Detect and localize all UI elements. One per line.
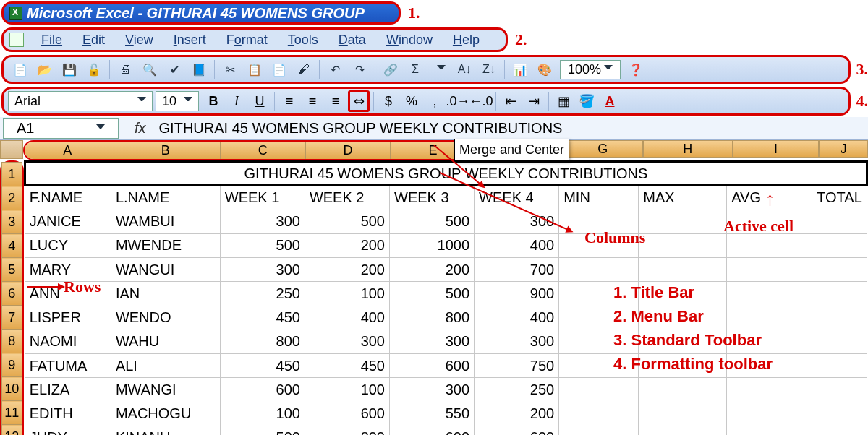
col-header-d[interactable]: D (306, 142, 391, 159)
print-icon[interactable]: 🖨 (114, 59, 136, 80)
data-cell[interactable] (559, 258, 639, 282)
data-cell[interactable] (559, 354, 639, 378)
document-icon[interactable] (9, 33, 24, 47)
formula-input[interactable]: GITHURAI 45 WOMENS GROUP WEEKLY CONTRIBU… (159, 120, 868, 137)
data-cell[interactable] (812, 258, 867, 282)
row-header-4[interactable]: 4 (2, 234, 22, 258)
decrease-decimal-icon[interactable]: ←.0 (470, 90, 492, 112)
row-header-5[interactable]: 5 (2, 258, 22, 282)
data-cell[interactable] (727, 282, 812, 306)
save-icon[interactable]: 💾 (59, 59, 80, 80)
percent-icon[interactable]: % (401, 90, 422, 112)
data-cell[interactable] (812, 330, 867, 353)
menu-file[interactable]: File (31, 31, 72, 49)
data-cell[interactable]: 300 (475, 210, 559, 233)
data-cell[interactable]: ALI (111, 354, 220, 378)
permission-icon[interactable]: 🔓 (83, 59, 105, 80)
data-cell[interactable] (727, 258, 812, 282)
data-cell[interactable]: WANGUI (111, 258, 220, 282)
row-header-3[interactable]: 3 (2, 210, 22, 234)
col-header-c[interactable]: C (221, 142, 306, 159)
data-cell[interactable]: MACHOGU (111, 402, 220, 426)
data-cell[interactable] (812, 210, 867, 233)
data-cell[interactable]: 500 (220, 233, 305, 257)
data-cell[interactable]: 450 (305, 354, 389, 378)
row-header-9[interactable]: 9 (2, 353, 22, 377)
menu-help[interactable]: Help (443, 31, 490, 49)
data-cell[interactable]: 800 (305, 426, 389, 435)
data-cell[interactable]: MWENDE (111, 233, 220, 257)
data-cell[interactable]: WENDO (111, 306, 220, 330)
data-cell[interactable]: 200 (390, 258, 475, 282)
data-cell[interactable]: 600 (305, 402, 389, 426)
redo-icon[interactable]: ↷ (349, 59, 370, 80)
autosum-dropdown-icon[interactable] (429, 59, 451, 80)
data-cell[interactable] (639, 282, 727, 306)
menu-data[interactable]: Data (328, 31, 376, 49)
data-cell[interactable]: 400 (305, 306, 389, 330)
data-cell[interactable]: MWANGI (111, 378, 220, 402)
data-cell[interactable]: 500 (390, 282, 475, 306)
row-header-11[interactable]: 11 (2, 401, 22, 425)
data-cell[interactable]: 900 (475, 282, 559, 306)
cut-icon[interactable]: ✂ (219, 59, 241, 80)
row-header-10[interactable]: 10 (2, 377, 22, 401)
header-cell[interactable]: WEEK 3 (390, 186, 475, 210)
data-cell[interactable]: 450 (220, 354, 305, 378)
data-cell[interactable] (727, 233, 812, 257)
undo-icon[interactable]: ↶ (324, 59, 346, 80)
autosum-icon[interactable]: Σ (404, 59, 426, 80)
format-painter-icon[interactable]: 🖌 (293, 59, 315, 80)
select-all-corner[interactable] (0, 140, 23, 159)
increase-indent-icon[interactable]: ⇥ (523, 90, 545, 112)
data-cell[interactable] (639, 258, 727, 282)
menu-view[interactable]: View (115, 31, 163, 49)
header-cell[interactable]: TOTAL (812, 186, 867, 210)
data-cell[interactable]: JANICE (25, 210, 111, 233)
header-cell[interactable]: L.NAME (111, 186, 220, 210)
data-cell[interactable]: WAMBUI (111, 210, 220, 233)
fx-label[interactable]: fx (135, 120, 146, 137)
data-cell[interactable]: 500 (390, 210, 475, 233)
data-cell[interactable] (727, 210, 812, 233)
row-header-6[interactable]: 6 (2, 282, 22, 306)
data-table[interactable]: GITHURAI 45 WOMENS GROUP WEEKLY CONTRIBU… (24, 160, 868, 435)
data-cell[interactable] (559, 306, 639, 330)
data-cell[interactable]: 100 (220, 402, 305, 426)
font-combo[interactable]: Arial (8, 91, 153, 111)
data-cell[interactable]: 300 (475, 330, 559, 353)
data-cell[interactable]: MARY (25, 258, 111, 282)
increase-decimal-icon[interactable]: .0→ (447, 90, 469, 112)
name-box[interactable]: A1 (3, 118, 119, 139)
data-cell[interactable] (812, 306, 867, 330)
research-icon[interactable]: 📘 (188, 59, 210, 80)
data-cell[interactable]: 400 (475, 233, 559, 257)
spreadsheet-grid[interactable]: A B C D E F G H I J 123456789101112 GITH… (0, 140, 868, 435)
col-header-i[interactable]: I (733, 140, 820, 158)
data-cell[interactable]: 200 (475, 402, 559, 426)
data-cell[interactable] (727, 402, 812, 426)
new-icon[interactable]: 📄 (9, 59, 31, 80)
data-cell[interactable]: 450 (220, 306, 305, 330)
fill-color-icon[interactable]: 🪣 (576, 90, 597, 112)
row-header-8[interactable]: 8 (2, 330, 22, 353)
open-icon[interactable]: 📂 (34, 59, 56, 80)
data-cell[interactable]: 300 (390, 378, 475, 402)
font-size-combo[interactable]: 10 (156, 91, 199, 111)
data-cell[interactable]: 200 (305, 258, 389, 282)
data-cell[interactable]: EDITH (25, 402, 111, 426)
data-cell[interactable] (559, 426, 639, 435)
data-cell[interactable] (812, 282, 867, 306)
data-cell[interactable]: IAN (111, 282, 220, 306)
data-cell[interactable] (639, 233, 727, 257)
data-cell[interactable]: 400 (475, 306, 559, 330)
merge-center-button[interactable]: ⇔ (348, 90, 370, 112)
data-cell[interactable] (812, 233, 867, 257)
header-cell[interactable]: WEEK 1 (220, 186, 305, 210)
data-cell[interactable] (639, 330, 727, 353)
data-cell[interactable]: 500 (220, 426, 305, 435)
bold-button[interactable]: B (203, 90, 224, 112)
sort-asc-icon[interactable]: A↓ (454, 59, 475, 80)
data-cell[interactable] (639, 210, 727, 233)
col-header-b[interactable]: B (111, 142, 221, 159)
